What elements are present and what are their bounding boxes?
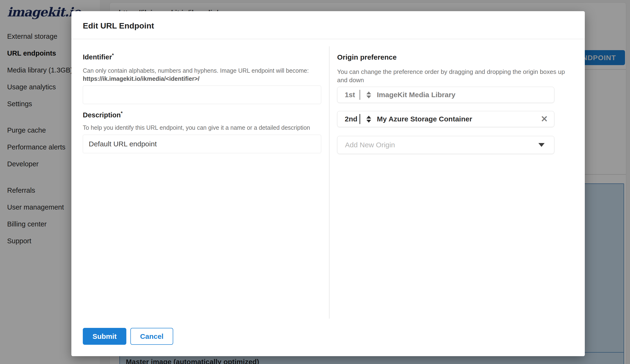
origin-name: ImageKit Media Library — [377, 91, 455, 99]
add-new-origin-select[interactable]: Add New Origin — [337, 136, 554, 154]
cancel-button[interactable]: Cancel — [130, 328, 173, 345]
identifier-label: Identifier* — [83, 52, 114, 61]
identifier-helper: Can only contain alphabets, numbers and … — [83, 67, 309, 74]
identifier-input[interactable] — [83, 86, 321, 104]
identifier-required-mark: * — [112, 52, 114, 58]
origin-row-2[interactable]: 2nd My Azure Storage Container ✕ — [337, 111, 554, 127]
origin-preference-heading: Origin preference — [337, 53, 396, 61]
remove-origin-icon[interactable]: ✕ — [541, 115, 548, 123]
origin-name: My Azure Storage Container — [377, 115, 472, 123]
chevron-down-icon — [538, 143, 544, 147]
edit-url-endpoint-modal: Edit URL Endpoint Identifier* Can only c… — [71, 11, 585, 356]
add-new-origin-placeholder: Add New Origin — [345, 141, 538, 149]
description-input[interactable] — [83, 135, 321, 153]
drag-sort-icon[interactable] — [366, 91, 371, 98]
rank-divider — [360, 114, 360, 124]
description-label-text: Description — [83, 111, 121, 119]
submit-button[interactable]: Submit — [83, 328, 126, 345]
origin-row-1[interactable]: 1st ImageKit Media Library — [337, 87, 554, 103]
modal-header: Edit URL Endpoint — [71, 11, 585, 39]
modal-footer: Submit Cancel — [83, 328, 173, 345]
screen: imagekit.io External storage URL endpoin… — [0, 0, 630, 364]
description-required-mark: * — [121, 111, 123, 116]
drag-sort-icon[interactable] — [366, 116, 371, 123]
rank-divider — [360, 90, 360, 100]
origin-preference-helper: You can change the preference order by d… — [337, 68, 566, 84]
identifier-label-text: Identifier — [83, 53, 112, 61]
identifier-url-preview: https://ik.imagekit.io/ikmedia/<identifi… — [83, 75, 199, 82]
modal-title: Edit URL Endpoint — [83, 21, 154, 30]
description-label: Description* — [83, 111, 122, 119]
column-divider — [329, 46, 330, 319]
origin-rank: 1st — [345, 91, 360, 99]
description-helper: To help you identify this URL endpoint, … — [83, 124, 310, 131]
origin-rank: 2nd — [345, 115, 360, 123]
